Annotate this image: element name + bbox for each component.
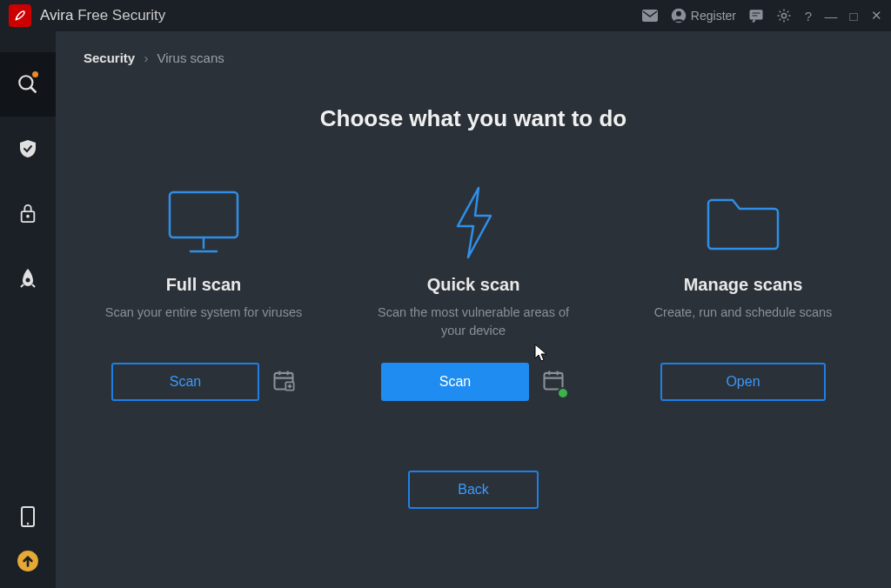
app-subtitle: Free Security (77, 7, 165, 23)
back-button[interactable]: Back (408, 471, 539, 509)
breadcrumb[interactable]: Security › Virus scans (84, 50, 856, 65)
help-icon[interactable]: ? (802, 9, 814, 23)
card-desc: Scan the most vulnerable areas of your d… (360, 304, 586, 342)
card-manage-scans: Manage scans Create, run and schedule sc… (630, 184, 856, 401)
card-title: Manage scans (684, 275, 803, 295)
svg-rect-12 (170, 192, 238, 237)
sidebar-item-upgrade[interactable] (0, 541, 56, 581)
card-desc: Scan your entire system for viruses (100, 304, 307, 342)
feedback-icon[interactable] (748, 8, 764, 23)
scan-options: Full scan Scan your entire system for vi… (90, 184, 856, 401)
card-title: Full scan (166, 275, 242, 295)
maximize-button[interactable]: □ (847, 9, 860, 23)
register-button[interactable]: Register (671, 8, 736, 23)
calendar-check-icon[interactable] (541, 368, 566, 396)
sidebar-item-mobile[interactable] (0, 492, 56, 541)
card-title: Quick scan (427, 275, 520, 295)
bolt-icon (447, 184, 499, 261)
app-title: Avira Free Security (40, 7, 165, 24)
sidebar-item-security[interactable] (0, 117, 56, 181)
folder-icon (703, 184, 783, 261)
gear-icon[interactable] (776, 8, 792, 23)
minimize-button[interactable]: — (825, 9, 837, 23)
page-title: Choose what you want to do (90, 105, 856, 132)
card-desc: Create, run and schedule scans (649, 304, 838, 342)
sidebar-item-performance[interactable] (0, 245, 56, 310)
breadcrumb-current: Virus scans (157, 50, 224, 65)
monitor-icon (166, 184, 241, 261)
breadcrumb-root[interactable]: Security (84, 50, 135, 65)
close-button[interactable]: ✕ (870, 8, 882, 23)
register-label: Register (691, 9, 736, 23)
check-badge (557, 387, 569, 399)
calendar-add-icon[interactable] (271, 368, 296, 396)
svg-point-7 (26, 215, 30, 218)
manage-scans-button[interactable]: Open (660, 363, 826, 401)
titlebar: Avira Free Security Register ? — □ ✕ (0, 0, 891, 31)
mail-icon[interactable] (641, 9, 659, 23)
full-scan-button[interactable]: Scan (111, 363, 259, 401)
svg-rect-3 (750, 10, 763, 19)
svg-rect-0 (642, 10, 658, 22)
card-quick-scan: Quick scan Scan the most vulnerable area… (360, 184, 586, 401)
quick-scan-button[interactable]: Scan (381, 363, 529, 401)
notification-badge (32, 71, 38, 77)
svg-point-8 (26, 278, 30, 283)
svg-point-10 (27, 523, 29, 525)
svg-point-2 (676, 11, 681, 17)
brand-name: Avira (40, 7, 73, 23)
sidebar-item-privacy[interactable] (0, 181, 56, 245)
svg-point-4 (781, 13, 786, 17)
sidebar-item-status[interactable] (0, 52, 56, 117)
card-full-scan: Full scan Scan your entire system for vi… (90, 184, 317, 401)
sidebar (0, 31, 56, 588)
avira-logo (9, 4, 31, 27)
main-content: Security › Virus scans Choose what you w… (56, 31, 891, 588)
breadcrumb-sep: › (144, 50, 148, 65)
